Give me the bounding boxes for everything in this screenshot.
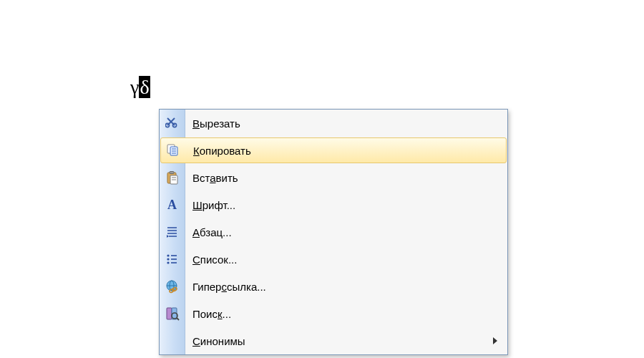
menu-item-label: Поиск... bbox=[192, 308, 231, 320]
char-gamma: γ bbox=[130, 76, 139, 98]
scissors-icon bbox=[160, 110, 185, 137]
menu-item-hyperlink[interactable]: Гиперссылка... bbox=[160, 273, 507, 300]
menu-item-label: Копировать bbox=[193, 145, 251, 157]
menu-item-synonyms[interactable]: Синонимы bbox=[160, 327, 507, 354]
menu-item-paragraph[interactable]: Абзац... bbox=[160, 218, 507, 246]
menu-item-list[interactable]: Список... bbox=[160, 246, 507, 273]
search-icon bbox=[160, 300, 185, 327]
menu-item-label: Абзац... bbox=[192, 226, 232, 238]
menu-item-paste[interactable]: Вставить bbox=[160, 164, 507, 191]
menu-item-search[interactable]: Поиск... bbox=[160, 300, 507, 327]
paragraph-icon bbox=[160, 218, 185, 246]
document-text[interactable]: γδ bbox=[130, 77, 150, 97]
menu-item-label: Синонимы bbox=[192, 335, 245, 347]
menu-item-label: Гиперссылка... bbox=[192, 281, 266, 293]
none-icon bbox=[160, 327, 185, 354]
menu-item-label: Шрифт... bbox=[192, 199, 235, 211]
menu-item-label: Список... bbox=[192, 253, 237, 266]
copy-icon bbox=[160, 138, 186, 163]
menu-item-font[interactable]: Шрифт... bbox=[160, 191, 507, 218]
font-icon bbox=[160, 191, 185, 218]
menu-item-cut[interactable]: Вырезать bbox=[160, 110, 507, 137]
menu-item-copy[interactable]: Копировать bbox=[160, 137, 507, 163]
paste-icon bbox=[160, 164, 185, 191]
hyperlink-icon bbox=[160, 273, 185, 300]
selected-char-delta: δ bbox=[139, 76, 150, 98]
menu-item-label: Вырезать bbox=[192, 117, 240, 130]
list-icon bbox=[160, 246, 185, 273]
context-menu: ВырезатьКопироватьВставитьШрифт...Абзац.… bbox=[159, 109, 508, 355]
menu-item-label: Вставить bbox=[192, 172, 238, 184]
submenu-arrow-icon bbox=[493, 337, 497, 344]
